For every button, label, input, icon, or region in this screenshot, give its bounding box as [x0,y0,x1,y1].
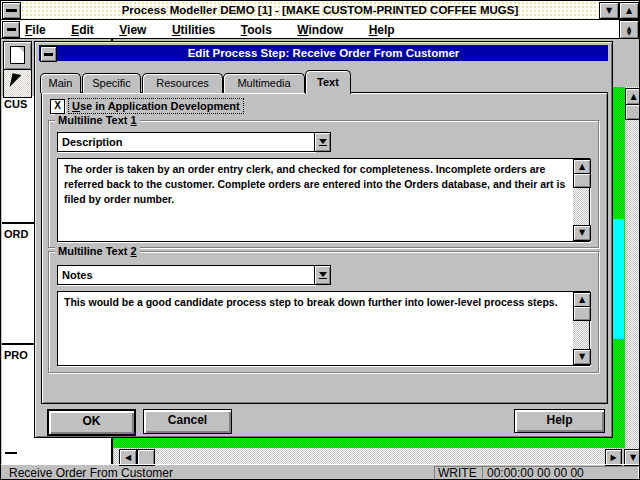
tab-resources[interactable]: Resources [142,73,223,93]
status-message: Receive Order From Customer [9,465,173,480]
description-textarea[interactable]: The order is taken by an order entry cle… [57,158,590,242]
document-menu-button[interactable] [2,21,20,38]
menu-help[interactable]: Help [369,21,395,39]
cancel-button[interactable]: Cancel [143,409,232,434]
multiline2-combo[interactable]: Notes [57,265,315,285]
scroll-down-button[interactable]: ▼ [573,349,591,365]
pointer-cursor-icon [10,73,22,89]
new-document-icon [10,46,25,64]
dialog-title: Edit Process Step: Receive Order From Cu… [39,45,608,61]
dropdown-bar-icon [319,278,327,279]
window-title: Process Modeller DEMO [1] - [MAKE CUSTOM… [1,1,639,19]
dropdown-arrow-icon [319,139,327,144]
scroll-up-icon: ▲ [630,93,636,101]
tab-text[interactable]: Text [305,70,351,94]
tab-multimedia[interactable]: Multimedia [223,73,305,93]
tab-main[interactable]: Main [40,73,81,93]
process-step-shape[interactable] [613,219,624,339]
use-in-app-dev-checkbox[interactable]: X [50,99,65,114]
status-mode-badge: WRITE [434,466,485,480]
clipped-shape [5,452,17,454]
text-tab-panel: X Use in Application Development Multili… [41,92,608,404]
help-button[interactable]: Help [514,409,605,433]
ok-button[interactable]: OK [47,409,136,436]
multiline-text-2-group: Multiline Text 2 Notes This would be a g… [48,251,599,373]
notes-text: This would be a good candidate process s… [64,295,567,310]
lane-label-process: PRO [4,349,28,361]
vertical-scroll-thumb[interactable] [625,104,640,120]
minimize-icon: ▼ [606,7,612,15]
description-scrollbar[interactable]: ▲ ▼ [573,159,589,241]
statusbar: Receive Order From Customer WRITE 00:00:… [1,464,639,480]
scroll-up-icon: ▲ [579,296,585,304]
menu-utilities[interactable]: Utilities [172,21,215,39]
use-in-app-dev-label[interactable]: Use in Application Development [68,98,244,114]
multiline1-combo-dropdown-button[interactable] [314,132,331,152]
app-window: Process Modeller DEMO [1] - [MAKE CUSTOM… [0,0,640,480]
maximize-icon: ▲ [626,7,632,15]
menu-edit[interactable]: Edit [71,21,94,39]
multiline2-combo-dropdown-button[interactable] [314,265,331,285]
scroll-up-button[interactable]: ▲ [625,88,640,105]
scroll-thumb[interactable] [573,306,591,321]
edit-process-step-dialog: Edit Process Step: Receive Order From Cu… [34,41,613,438]
horizontal-scrollbar[interactable] [114,448,621,464]
multiline-text-2-label: Multiline Text 2 [55,245,140,258]
maximize-button[interactable]: ▲ [619,2,639,19]
window-titlebar: Process Modeller DEMO [1] - [MAKE CUSTOM… [1,1,639,20]
scroll-down-icon: ▼ [630,454,636,462]
multiline1-combo[interactable]: Description [57,132,315,152]
scroll-left-icon: ◀ [125,454,131,462]
dropdown-arrow-icon [319,272,327,277]
scroll-up-icon: ▲ [579,163,585,171]
lane-label-customer: CUS [4,98,27,110]
status-timer: 00:00:00 00 00 00 [482,466,639,480]
vertical-scrollbar[interactable] [625,87,640,464]
tab-specific[interactable]: Specific [82,73,141,93]
notes-textarea[interactable]: This would be a good candidate process s… [57,291,590,366]
dropdown-bar-icon [319,145,327,146]
menu-view[interactable]: View [119,21,146,39]
scroll-down-button[interactable]: ▼ [573,225,591,241]
multiline-text-1-label: Multiline Text 1 [55,114,140,127]
multiline-text-1-group: Multiline Text 1 Description The order i… [48,120,599,248]
lane-label-orders: ORD [4,228,28,240]
scroll-down-icon: ▼ [579,229,585,237]
document-menu-dash-icon [7,28,16,31]
notes-scrollbar[interactable]: ▲ ▼ [573,292,589,365]
minimize-button[interactable]: ▼ [599,2,619,19]
pointer-tool-button[interactable] [3,69,32,98]
scroll-thumb[interactable] [573,173,591,188]
restore-down-icon: ▼ [627,30,632,35]
checkbox-x-mark-icon: X [54,100,61,111]
menu-window[interactable]: Window [297,21,343,39]
restore-document-button[interactable]: ▲ ▼ [619,20,639,39]
menu-file[interactable]: File [25,21,46,39]
menubar: File Edit View Utilities Tools Window He… [1,20,639,39]
dialog-titlebar: Edit Process Step: Receive Order From Cu… [39,45,608,61]
scroll-right-icon: ▶ [610,454,616,462]
scroll-down-icon: ▼ [579,353,585,361]
menu-tools[interactable]: Tools [241,21,272,39]
new-diagram-button[interactable] [3,41,32,70]
description-text: The order is taken by an order entry cle… [64,162,567,207]
